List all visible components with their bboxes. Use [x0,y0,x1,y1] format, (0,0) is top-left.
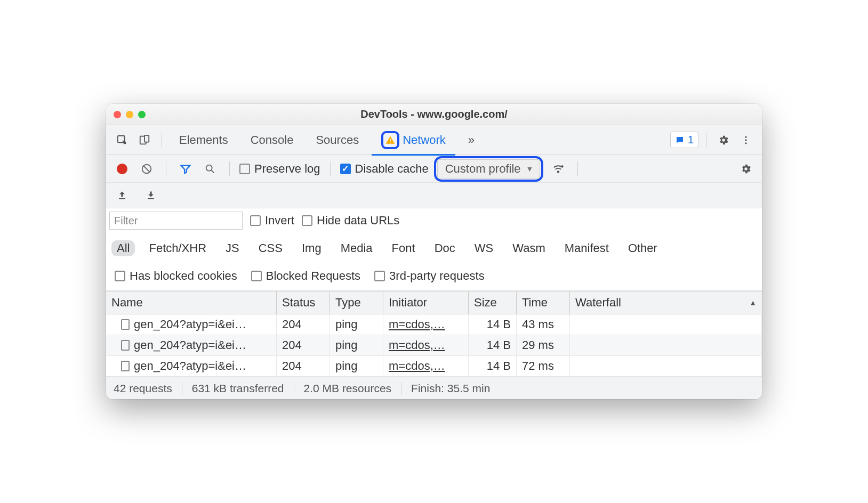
col-initiator[interactable]: Initiator [383,291,469,314]
device-toolbar-icon[interactable] [135,131,154,150]
col-status[interactable]: Status [277,291,330,314]
divider [229,161,230,176]
requests-table: Name Status Type Initiator Size Time Wat… [106,291,762,377]
svg-point-7 [745,142,746,144]
devtools-window: DevTools - www.google.com/ Elements Cons… [106,104,762,399]
cell-type: ping [330,335,383,355]
divider [330,161,331,176]
checkbox-icon [302,215,312,226]
status-resources: 2.0 MB resources [294,382,402,395]
preserve-log-checkbox[interactable]: Preserve log [239,162,320,176]
svg-rect-4 [390,141,391,142]
hide-data-urls-checkbox[interactable]: Hide data URLs [302,214,399,228]
cell-type: ping [330,356,383,376]
table-row[interactable]: gen_204?atyp=i&ei… 204 ping m=cdos,… 14 … [106,356,762,377]
svg-point-6 [745,139,746,141]
col-size[interactable]: Size [469,291,517,314]
traffic-lights [114,111,146,118]
cell-initiator[interactable]: m=cdos,… [383,335,469,355]
chip-ws[interactable]: WS [469,240,499,256]
issues-count: 1 [688,134,694,146]
filter-input[interactable] [109,212,243,230]
svg-point-10 [558,171,559,173]
cell-status: 204 [277,356,330,376]
blocked-requests-checkbox[interactable]: Blocked Requests [251,269,360,283]
chip-media[interactable]: Media [335,240,378,256]
kebab-menu-icon[interactable] [736,131,756,150]
chip-img[interactable]: Img [296,240,327,256]
chip-other[interactable]: Other [623,240,663,256]
tab-label: Sources [316,133,359,147]
zoom-window-button[interactable] [138,111,146,118]
table-header: Name Status Type Initiator Size Time Wat… [106,291,762,314]
warning-icon [381,131,399,149]
checkbox-icon [250,215,261,226]
checkbox-icon [115,271,125,281]
search-icon[interactable] [200,159,220,179]
type-filter-chips: All Fetch/XHR JS CSS Img Media Font Doc … [109,237,759,257]
issues-button[interactable]: 1 [670,132,698,148]
cell-name: gen_204?atyp=i&ei… [106,356,277,376]
blocked-cookies-checkbox[interactable]: Has blocked cookies [115,269,237,283]
window-title: DevTools - www.google.com/ [106,108,762,120]
third-party-checkbox[interactable]: 3rd-party requests [374,269,485,283]
svg-rect-2 [144,135,149,142]
cell-size: 14 B [469,356,517,376]
table-row[interactable]: gen_204?atyp=i&ei… 204 ping m=cdos,… 14 … [106,335,762,356]
disable-cache-label: Disable cache [355,162,429,176]
blocked-requests-label: Blocked Requests [266,269,360,283]
document-icon [121,319,130,330]
cell-waterfall [570,335,762,355]
chip-fetch-xhr[interactable]: Fetch/XHR [143,240,212,256]
network-toolbar: Preserve log Disable cache Custom profil… [106,155,762,183]
close-window-button[interactable] [114,111,121,118]
chip-wasm[interactable]: Wasm [507,240,551,256]
tab-label: Network [403,133,446,147]
main-tabs: Elements Console Sources Network » 1 [106,125,762,155]
col-type[interactable]: Type [330,291,383,314]
cell-status: 204 [277,314,330,335]
col-waterfall[interactable]: Waterfall▲ [570,291,762,314]
divider [162,133,162,148]
chevron-down-icon: ▼ [526,165,534,173]
tab-console[interactable]: Console [241,125,303,155]
network-settings-icon[interactable] [736,159,756,179]
col-name[interactable]: Name [106,291,277,314]
chip-font[interactable]: Font [387,240,421,256]
inspect-element-icon[interactable] [112,131,132,150]
cell-initiator[interactable]: m=cdos,… [383,356,469,376]
tab-elements[interactable]: Elements [170,125,238,155]
status-bar: 42 requests 631 kB transferred 2.0 MB re… [106,377,762,399]
document-icon [121,340,130,351]
tabs-overflow[interactable]: » [459,125,484,155]
chip-manifest[interactable]: Manifest [559,240,614,256]
chip-css[interactable]: CSS [253,240,288,256]
divider [166,161,166,176]
tab-network[interactable]: Network [372,125,455,155]
export-har-icon[interactable] [141,186,160,205]
minimize-window-button[interactable] [126,111,133,118]
blocked-cookies-label: Has blocked cookies [130,269,237,283]
disable-cache-checkbox[interactable]: Disable cache [340,162,429,176]
import-har-icon[interactable] [112,186,132,205]
clear-button[interactable] [137,159,156,179]
throttling-select[interactable]: Custom profile ▼ [437,159,541,179]
filter-toggle-icon[interactable] [176,159,195,179]
chip-all[interactable]: All [111,240,135,256]
table-row[interactable]: gen_204?atyp=i&ei… 204 ping m=cdos,… 14 … [106,314,762,335]
invert-label: Invert [265,214,294,228]
invert-checkbox[interactable]: Invert [250,214,294,228]
col-time[interactable]: Time [517,291,570,314]
tab-sources[interactable]: Sources [306,125,368,155]
third-party-label: 3rd-party requests [389,269,485,283]
cell-initiator[interactable]: m=cdos,… [383,314,469,335]
chip-js[interactable]: JS [220,240,245,256]
settings-icon[interactable] [714,131,733,150]
network-conditions-icon[interactable] [549,159,568,179]
cell-time: 72 ms [517,356,570,376]
record-button[interactable] [112,159,132,179]
titlebar: DevTools - www.google.com/ [106,104,762,125]
svg-point-5 [745,136,746,137]
chip-doc[interactable]: Doc [429,240,461,256]
cell-name: gen_204?atyp=i&ei… [106,314,277,335]
